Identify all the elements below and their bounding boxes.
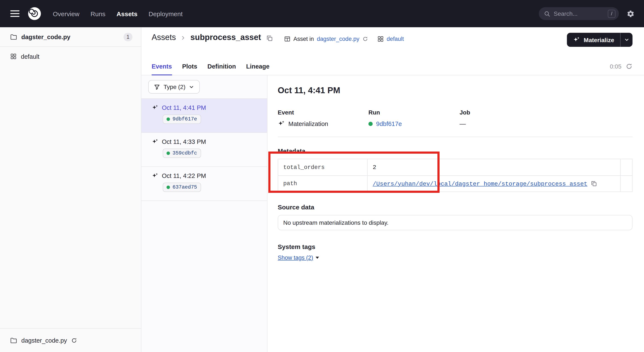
metadata-value: 2: [367, 159, 620, 175]
repo-chip[interactable]: default: [377, 36, 404, 42]
metadata-row: path /Users/yuhan/dev/local/dagster_home…: [278, 175, 632, 192]
job-value: —: [460, 120, 632, 127]
repo-chip-label: default: [386, 36, 404, 42]
event-list-item[interactable]: Oct 11, 4:22 PM 637aed75: [142, 167, 267, 201]
event-detail-title: Oct 11, 4:41 PM: [278, 85, 632, 95]
sidebar: dagster_code.py 1 default dagster_code.p…: [0, 27, 142, 352]
hamburger-menu-icon[interactable]: [9, 8, 20, 19]
materialize-split-button: Materialize: [567, 33, 632, 47]
event-date-label: Oct 11, 4:33 PM: [162, 138, 206, 145]
tab-events[interactable]: Events: [152, 57, 172, 75]
metadata-extra-cell: [620, 159, 632, 175]
run-id-label: 9dbf617e: [172, 116, 197, 122]
copy-path-icon[interactable]: [591, 180, 597, 187]
search-icon: [544, 10, 550, 17]
nav-overview[interactable]: Overview: [53, 10, 80, 17]
copy-asset-name-icon[interactable]: [266, 35, 273, 41]
event-info-grid: Event Run Job Materialization 9dbf617e: [278, 109, 632, 127]
run-status-dot: [166, 117, 170, 121]
run-id-label: 359cdbfc: [172, 150, 197, 156]
sidebar-code-file-label: dagster_code.py: [21, 33, 70, 40]
event-date-label: Oct 11, 4:41 PM: [162, 104, 206, 111]
sidebar-footer-label: dagster_code.py: [21, 337, 67, 344]
chevron-down-icon: [189, 84, 194, 90]
dagster-logo-icon[interactable]: [27, 6, 42, 21]
event-date-row: Oct 11, 4:33 PM: [152, 138, 260, 145]
asset-header: Assets subprocess_asset Asset in: [142, 27, 644, 57]
settings-gear-icon[interactable]: [626, 9, 635, 18]
event-detail-panel: Oct 11, 4:41 PM Event Run Job Materializ…: [268, 75, 644, 352]
metadata-extra-cell: [620, 176, 632, 192]
folder-icon: [10, 33, 17, 40]
tab-lineage[interactable]: Lineage: [246, 57, 270, 75]
sidebar-item-default-repo[interactable]: default: [0, 47, 141, 66]
filter-funnel-icon: [154, 84, 160, 90]
reload-code-location-icon[interactable]: [71, 337, 77, 343]
table-icon: [284, 36, 290, 42]
grid-icon: [377, 36, 384, 42]
refresh-icon[interactable]: [362, 36, 368, 42]
show-tags-toggle[interactable]: Show tags (2): [278, 255, 319, 261]
asset-in-chip[interactable]: Asset in dagster_code.py: [284, 36, 368, 42]
search-placeholder: Search...: [554, 10, 604, 17]
run-id-tag[interactable]: 9dbf617e: [163, 114, 201, 124]
event-list-item[interactable]: Oct 11, 4:41 PM 9dbf617e: [142, 99, 267, 133]
source-data-empty-box: No upstream materializations to display.: [278, 215, 632, 230]
run-value: 9dbf617e: [368, 120, 460, 127]
asset-in-code-file-link[interactable]: dagster_code.py: [317, 36, 360, 42]
asset-count-badge: 1: [124, 32, 132, 41]
run-id-tag[interactable]: 637aed75: [163, 183, 201, 192]
job-column-header: Job: [460, 109, 632, 116]
metadata-value: /Users/yuhan/dev/local/dagster_home/stor…: [367, 176, 620, 192]
sidebar-footer-code-location[interactable]: dagster_code.py: [0, 328, 141, 352]
breadcrumb-assets-link[interactable]: Assets: [152, 33, 176, 42]
events-filter-row: Type (2): [142, 75, 267, 99]
materialize-dropdown-button[interactable]: [620, 33, 632, 47]
materialization-sparkle-icon: [152, 104, 158, 111]
tab-plots[interactable]: Plots: [182, 57, 197, 75]
event-date-row: Oct 11, 4:41 PM: [152, 104, 260, 111]
run-id-tag[interactable]: 359cdbfc: [163, 149, 201, 158]
tab-definition[interactable]: Definition: [208, 57, 236, 75]
top-nav: Overview Runs Assets Deployment Search..…: [0, 0, 644, 27]
run-status-dot: [368, 121, 373, 126]
search-input[interactable]: Search... /: [539, 7, 619, 20]
materialization-sparkle-icon: [278, 120, 285, 127]
asset-tabs: Events Plots Definition Lineage 0:05: [142, 57, 644, 75]
metadata-row: total_orders 2: [278, 159, 632, 175]
asset-in-prefix: Asset in: [294, 36, 314, 42]
materialization-sparkle-icon: [152, 138, 158, 145]
run-column-header: Run: [368, 109, 460, 116]
run-status-dot: [166, 152, 170, 155]
refresh-timer: 0:05: [610, 63, 622, 70]
nav-deployment[interactable]: Deployment: [149, 10, 183, 17]
type-filter-label: Type (2): [164, 83, 186, 90]
event-list-item[interactable]: Oct 11, 4:33 PM 359cdbfc: [142, 133, 267, 167]
metadata-key: total_orders: [278, 159, 367, 175]
sidebar-item-code-file[interactable]: dagster_code.py 1: [0, 27, 141, 47]
path-link[interactable]: /Users/yuhan/dev/local/dagster_home/stor…: [373, 180, 587, 187]
event-date-row: Oct 11, 4:22 PM: [152, 172, 260, 179]
breadcrumb: Assets subprocess_asset: [152, 33, 273, 42]
caret-down-icon: [316, 257, 319, 259]
nav-runs[interactable]: Runs: [90, 10, 106, 17]
run-status-dot: [166, 186, 170, 189]
system-tags-heading: System tags: [278, 243, 632, 250]
refresh-timer-group: 0:05: [610, 57, 633, 75]
run-id-link[interactable]: 9dbf617e: [376, 120, 402, 127]
materialize-label: Materialize: [584, 36, 614, 43]
materialize-button[interactable]: Materialize: [567, 33, 620, 47]
source-data-empty-text: No upstream materializations to display.: [283, 219, 388, 226]
dagster-app: Overview Runs Assets Deployment Search..…: [0, 0, 644, 352]
metadata-table: total_orders 2 path /Users/yuhan/dev/loc…: [278, 159, 632, 192]
type-filter-button[interactable]: Type (2): [148, 80, 200, 94]
events-list-panel: Type (2) Oct 11, 4:41 PM: [142, 75, 268, 352]
refresh-icon[interactable]: [626, 63, 632, 70]
metadata-key: path: [278, 176, 367, 192]
sidebar-repo-label: default: [21, 53, 40, 60]
materialization-sparkle-icon: [152, 172, 158, 179]
main-nav: Overview Runs Assets Deployment: [53, 10, 183, 17]
nav-assets[interactable]: Assets: [116, 10, 137, 17]
asset-meta-chips: Asset in dagster_code.py default: [284, 36, 404, 42]
search-shortcut-badge: /: [608, 9, 616, 18]
